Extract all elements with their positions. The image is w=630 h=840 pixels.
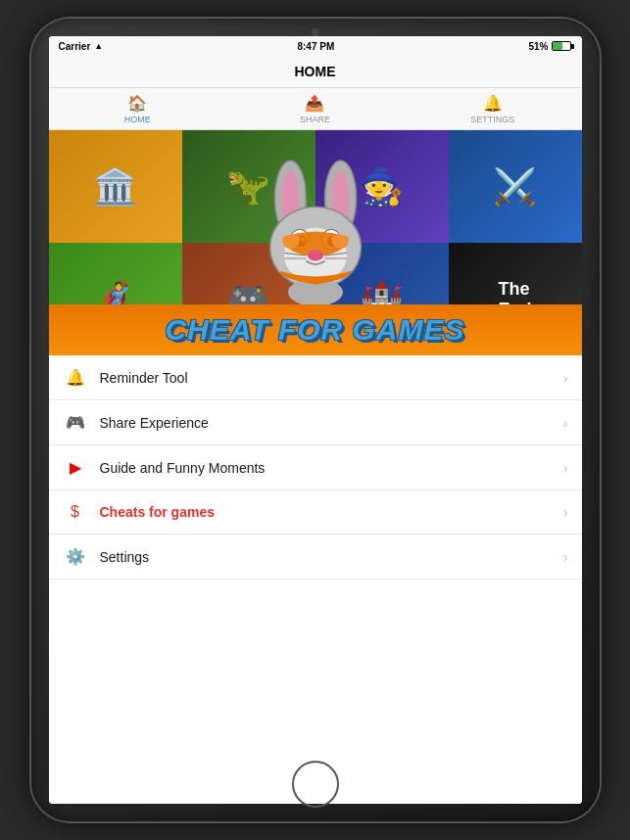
settings-menu-icon: ⚙️	[63, 547, 88, 566]
home-icon: 🏠	[127, 94, 147, 113]
tab-share-label: SHARE	[300, 115, 330, 124]
menu-label-cheats: Cheats for games	[100, 504, 563, 520]
page-title: HOME	[49, 64, 582, 87]
screen: Carrier ▲ 8:47 PM 51% HOME 🏠 HOME 📤	[49, 36, 582, 804]
game-cell-4: ⚔️	[449, 130, 582, 243]
bell-menu-icon: 🔔	[63, 368, 88, 387]
tab-share[interactable]: 📤 SHARE	[226, 88, 404, 129]
youtube-icon: ▶	[63, 458, 88, 477]
carrier-label: Carrier	[59, 41, 91, 52]
menu-item-cheats[interactable]: $ Cheats for games ›	[49, 490, 582, 535]
dollar-icon: $	[63, 503, 88, 521]
battery-percent: 51%	[528, 41, 548, 52]
cheat-banner-text: Cheat for Games	[165, 313, 464, 347]
status-bar: Carrier ▲ 8:47 PM 51%	[49, 36, 582, 56]
menu-item-reminder[interactable]: 🔔 Reminder Tool ›	[49, 355, 582, 400]
tab-home[interactable]: 🏠 HOME	[49, 88, 226, 129]
battery-fill	[553, 42, 561, 50]
share-icon: 📤	[305, 94, 324, 113]
svg-point-12	[308, 250, 323, 260]
tab-bar: 🏠 HOME 📤 SHARE 🔔 SETTINGS	[49, 87, 582, 129]
menu-item-share[interactable]: 🎮 Share Experience ›	[49, 400, 582, 445]
menu-item-guide[interactable]: ▶ Guide and Funny Moments ›	[49, 445, 582, 490]
gamepad-icon: 🎮	[63, 413, 88, 432]
chevron-settings: ›	[563, 549, 568, 565]
chevron-reminder: ›	[563, 370, 568, 386]
chevron-cheats: ›	[563, 504, 568, 520]
tab-settings[interactable]: 🔔 SETTINGS	[404, 88, 581, 129]
bell-icon: 🔔	[483, 94, 503, 113]
tab-home-label: HOME	[124, 115, 151, 124]
chevron-guide: ›	[563, 460, 568, 476]
nav-header: HOME 🏠 HOME 📤 SHARE 🔔 SETTINGS	[49, 56, 582, 130]
wifi-icon: ▲	[94, 41, 103, 51]
menu-label-settings: Settings	[100, 549, 563, 565]
device-frame: Carrier ▲ 8:47 PM 51% HOME 🏠 HOME 📤	[31, 19, 600, 821]
hero-banner: 🏛️ 🦖 🧙 ⚔️ 🦸 🎮 🏰	[49, 130, 582, 355]
menu-label-share: Share Experience	[100, 415, 563, 431]
battery-icon	[552, 41, 571, 51]
status-right: 51%	[528, 41, 571, 52]
mascot-overlay	[237, 155, 394, 311]
menu-item-settings[interactable]: ⚙️ Settings ›	[49, 535, 582, 580]
chevron-share: ›	[563, 415, 568, 431]
status-left: Carrier ▲	[59, 41, 104, 52]
menu-label-guide: Guide and Funny Moments	[100, 460, 563, 476]
status-time: 8:47 PM	[297, 41, 334, 52]
cheat-banner: Cheat for Games	[49, 304, 582, 355]
menu-list: 🔔 Reminder Tool › 🎮 Share Experience › ▶…	[49, 355, 582, 804]
menu-label-reminder: Reminder Tool	[100, 370, 563, 386]
game-cell-1: 🏛️	[49, 130, 182, 243]
tab-settings-label: SETTINGS	[470, 115, 514, 124]
